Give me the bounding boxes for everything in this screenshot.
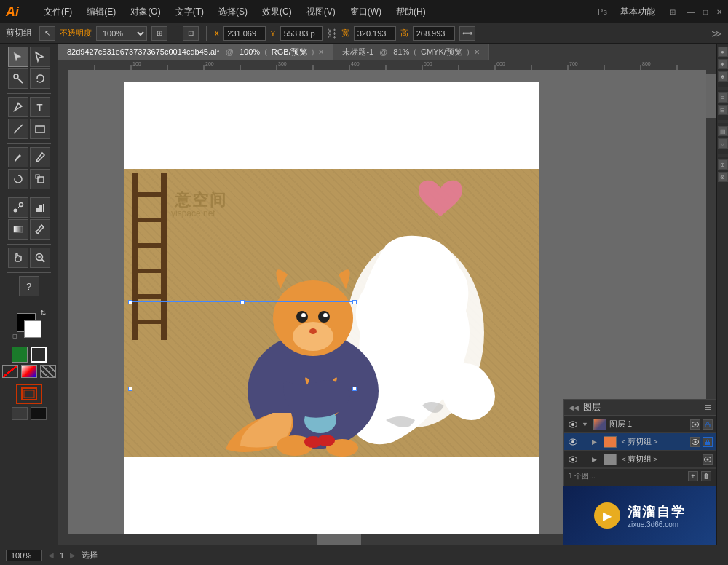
- menu-effect[interactable]: 效果(C): [259, 4, 295, 20]
- right-color-btn[interactable]: ●: [718, 47, 728, 57]
- scale-tool-btn[interactable]: [30, 169, 50, 189]
- sublayer-2-visibility[interactable]: [567, 454, 579, 465]
- background-color[interactable]: [24, 320, 41, 338]
- artboard-tool-btn[interactable]: [16, 384, 42, 404]
- gradient-tool-btn[interactable]: [8, 219, 28, 240]
- magic-wand-tool-btn[interactable]: [8, 68, 28, 89]
- opacity-select[interactable]: 100%: [96, 26, 147, 41]
- eyedropper-tool-btn[interactable]: [30, 219, 50, 240]
- fill-color-btn[interactable]: [12, 347, 28, 363]
- svg-rect-0: [58, 60, 706, 70]
- svg-text:500: 500: [424, 61, 432, 66]
- blend-tool-btn[interactable]: [8, 197, 28, 218]
- layer-1-visibility[interactable]: [567, 419, 579, 430]
- menu-file[interactable]: 文件(F): [41, 4, 75, 20]
- w-input[interactable]: [354, 26, 396, 41]
- rect-tool-btn[interactable]: [30, 119, 50, 139]
- tab-file1-zoom: 100%: [240, 47, 260, 56]
- tool-separator-3: [7, 194, 51, 194]
- page-nav-next[interactable]: ▶: [70, 551, 76, 559]
- tab-file2-close[interactable]: ✕: [474, 48, 480, 56]
- swap-colors-btn[interactable]: ⇅: [40, 309, 46, 317]
- minimize-button[interactable]: —: [687, 8, 695, 16]
- menu-help[interactable]: 帮助(H): [393, 4, 429, 20]
- page-nav-prev[interactable]: ◀: [48, 551, 54, 559]
- pattern-mode-btn[interactable]: [40, 365, 56, 378]
- menu-view[interactable]: 视图(V): [304, 4, 339, 20]
- menu-object[interactable]: 对象(O): [127, 4, 163, 20]
- right-gradient-btn[interactable]: ▤: [718, 126, 728, 136]
- panel-options-btn[interactable]: ≫: [711, 28, 722, 39]
- menu-window[interactable]: 窗口(W): [347, 4, 384, 20]
- tab-file1-close[interactable]: ✕: [318, 48, 324, 56]
- sublayer-1-arrow[interactable]: ▶: [592, 438, 601, 446]
- new-layer-btn[interactable]: +: [688, 471, 698, 481]
- close-button[interactable]: ✕: [716, 8, 722, 16]
- selection-tool-btn[interactable]: [8, 47, 28, 67]
- menu-text[interactable]: 文字(T): [173, 4, 207, 20]
- none-mode-btn[interactable]: [2, 365, 18, 378]
- right-align-btn[interactable]: ≡: [718, 92, 728, 103]
- right-lib-btn[interactable]: ⊗: [718, 172, 728, 182]
- ad-title: 溜溜自学: [628, 503, 686, 521]
- svg-point-84: [695, 440, 697, 443]
- maximize-button[interactable]: □: [703, 8, 708, 16]
- right-opacity-btn[interactable]: ○: [718, 138, 728, 149]
- opacity-mode-btn[interactable]: ⊞: [151, 26, 167, 41]
- menu-edit[interactable]: 编辑(E): [84, 4, 119, 20]
- sublayer-1-row[interactable]: ▶ ＜剪切组＞: [564, 433, 716, 451]
- select-mode-btn[interactable]: ↖: [39, 26, 55, 41]
- tab-file2[interactable]: 未标题-1 @ 81% ( CMYK/预览 ) ✕: [333, 44, 488, 60]
- line-tool-btn[interactable]: [8, 119, 28, 139]
- help-tool-btn[interactable]: ?: [19, 276, 39, 296]
- h-input[interactable]: [413, 26, 455, 41]
- fullscreen-view-btn[interactable]: [31, 407, 47, 420]
- normal-view-btn[interactable]: [12, 407, 28, 420]
- vertical-scrollbar-thumb[interactable]: [706, 74, 716, 118]
- lasso-tool-btn[interactable]: [30, 68, 50, 89]
- sublayer-1-eye-btn[interactable]: [690, 437, 700, 447]
- tab-file1-label: 82d9427c531e6737373675c0014cdb45.ai*: [67, 47, 220, 56]
- zoom-tool-btn[interactable]: [30, 248, 50, 268]
- svg-point-64: [301, 313, 306, 317]
- y-input[interactable]: [280, 26, 323, 41]
- fox-illustration-svg: [167, 187, 502, 457]
- layer-1-row[interactable]: ▼ 图层 1: [564, 416, 716, 433]
- ad-logo-circle: ▶: [594, 502, 620, 529]
- search-icon[interactable]: ⊞: [670, 8, 676, 16]
- delete-layer-btn[interactable]: 🗑: [701, 471, 711, 481]
- panel-collapse-btn[interactable]: ◀◀: [569, 404, 579, 411]
- layers-menu-btn[interactable]: ☰: [705, 403, 711, 411]
- transform-btn[interactable]: ⟺: [459, 26, 475, 41]
- pencil-tool-btn[interactable]: [30, 147, 50, 167]
- right-art-btn[interactable]: ⊕: [718, 159, 728, 170]
- sublayer-1-lock-btn[interactable]: [703, 437, 713, 447]
- sublayer-2-row[interactable]: ▶ ＜剪切组＞: [564, 451, 716, 468]
- align-btn[interactable]: ⊡: [183, 26, 199, 41]
- horizontal-scrollbar-thumb[interactable]: [317, 534, 361, 545]
- tab-file2-label: 未标题-1: [342, 47, 373, 58]
- sublayer-2-eye-btn[interactable]: [703, 454, 713, 465]
- layer-1-arrow[interactable]: ▼: [582, 421, 590, 428]
- right-symbol-btn[interactable]: ♣: [718, 71, 728, 82]
- menu-select[interactable]: 选择(S): [215, 4, 250, 20]
- zoom-input[interactable]: [6, 550, 42, 561]
- sublayer-1-visibility[interactable]: [567, 436, 579, 448]
- hand-tool-btn[interactable]: [8, 248, 28, 268]
- brush-tool-btn[interactable]: [8, 147, 28, 167]
- tab-file1[interactable]: 82d9427c531e6737373675c0014cdb45.ai* @ 1…: [58, 44, 333, 60]
- sublayer-2-arrow[interactable]: ▶: [592, 456, 601, 463]
- layer-1-lock-btn[interactable]: [703, 419, 713, 430]
- column-tool-btn[interactable]: [30, 197, 50, 218]
- right-stroke-btn[interactable]: ⊟: [718, 105, 728, 115]
- gradient-mode-btn[interactable]: [21, 365, 37, 378]
- right-brush-btn[interactable]: ✦: [718, 59, 728, 69]
- text-tool-btn[interactable]: T: [30, 97, 50, 117]
- stroke-color-btn[interactable]: [31, 347, 47, 363]
- x-input[interactable]: [223, 26, 266, 41]
- rotate-tool-btn[interactable]: [8, 169, 28, 189]
- w-label: 宽: [341, 28, 349, 39]
- layer-1-eye-btn[interactable]: [690, 419, 700, 430]
- pen-tool-btn[interactable]: [8, 97, 28, 117]
- direct-selection-tool-btn[interactable]: [30, 47, 50, 67]
